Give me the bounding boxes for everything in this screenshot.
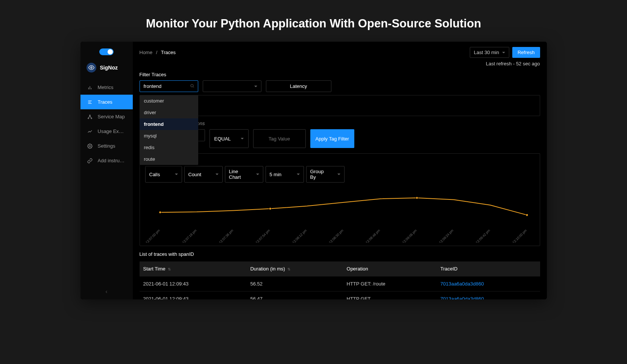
svg-line-10 bbox=[88, 116, 90, 118]
traces-table-label: List of traces with spanID bbox=[140, 251, 540, 257]
viz-chart-type-select[interactable]: Line Chart bbox=[225, 166, 263, 183]
breadcrumb: Home / Traces bbox=[140, 50, 176, 55]
sidebar-item-label: Usage Explorer bbox=[98, 128, 126, 134]
tag-operator-select[interactable]: EQUAL bbox=[210, 129, 249, 148]
column-label: Duration (in ms) bbox=[250, 266, 285, 272]
theme-toggle[interactable] bbox=[99, 48, 114, 55]
latency-button[interactable]: Latency bbox=[266, 80, 331, 92]
breadcrumb-home[interactable]: Home bbox=[140, 50, 153, 55]
filter-results-box bbox=[140, 95, 540, 116]
collapse-sidebar-button[interactable] bbox=[80, 284, 133, 299]
svg-text:12:08:30 pm: 12:08:30 pm bbox=[328, 228, 344, 243]
column-operation[interactable]: Operation bbox=[343, 261, 437, 276]
sidebar-item-label: Add instrumen... bbox=[98, 158, 126, 163]
service-search-input[interactable] bbox=[140, 80, 198, 92]
dropdown-option-frontend[interactable]: frontend bbox=[140, 118, 198, 130]
dropdown-option-customer[interactable]: customer bbox=[140, 95, 198, 107]
search-icon bbox=[190, 83, 194, 89]
column-duration[interactable]: Duration (in ms)⇅ bbox=[246, 261, 343, 276]
network-icon bbox=[87, 114, 93, 119]
trace-id-link[interactable]: 7013aa6a0da3d860 bbox=[440, 296, 484, 299]
main-content: Home / Traces Last 30 min Refresh Last r… bbox=[133, 42, 547, 299]
svg-point-17 bbox=[159, 211, 161, 213]
table-row: 2021-06-01 12:09:43 56.52 HTTP GET: /rou… bbox=[140, 276, 540, 292]
viz-select-label: 5 min bbox=[270, 172, 282, 177]
viz-aggregation-select[interactable]: Count bbox=[184, 166, 223, 183]
svg-text:12:07:18 pm: 12:07:18 pm bbox=[181, 228, 197, 243]
time-range-select[interactable]: Last 30 min bbox=[470, 47, 509, 58]
brand: SigNoz bbox=[80, 60, 133, 80]
visualization-panel: Custom Visualizations Calls Count Line C… bbox=[140, 153, 540, 246]
svg-text:12:09:06 pm: 12:09:06 pm bbox=[401, 228, 417, 243]
sidebar-item-usage-explorer[interactable]: Usage Explorer bbox=[80, 124, 133, 139]
svg-text:12:10:00 pm: 12:10:00 pm bbox=[512, 228, 527, 243]
app-window: SigNoz Metrics Traces Service Map Usage … bbox=[80, 42, 547, 299]
sidebar-item-metrics[interactable]: Metrics bbox=[80, 80, 133, 95]
last-refresh-text: Last refresh - 52 sec ago bbox=[140, 61, 540, 72]
eye-icon bbox=[87, 63, 96, 72]
column-start-time[interactable]: Start Time⇅ bbox=[140, 261, 247, 276]
table-row: 2021-06-01 12:09:43 56.47 HTTP GET 7013a… bbox=[140, 292, 540, 300]
sidebar-item-add-instrumentation[interactable]: Add instrumen... bbox=[80, 153, 133, 168]
breadcrumb-current: Traces bbox=[161, 50, 176, 55]
line-chart-icon bbox=[87, 129, 93, 134]
column-traceid[interactable]: TraceID bbox=[437, 261, 540, 276]
sidebar-item-settings[interactable]: Settings bbox=[80, 139, 133, 153]
column-label: Start Time bbox=[143, 266, 165, 272]
svg-text:12:07:54 pm: 12:07:54 pm bbox=[255, 228, 270, 243]
cell-operation: HTTP GET: /route bbox=[343, 276, 437, 292]
svg-text:12:07:00 pm: 12:07:00 pm bbox=[145, 228, 161, 243]
gear-icon bbox=[87, 143, 93, 149]
dropdown-option-route[interactable]: route bbox=[140, 153, 198, 165]
trace-id-link[interactable]: 7013aa6a0da3d860 bbox=[440, 281, 484, 287]
sidebar-item-label: Service Map bbox=[98, 114, 125, 119]
apply-tag-filter-button[interactable]: Apply Tag Filter bbox=[310, 129, 354, 148]
tag-suggestions-label: stions bbox=[140, 121, 540, 126]
dropdown-option-driver[interactable]: driver bbox=[140, 107, 198, 118]
svg-line-11 bbox=[90, 116, 91, 118]
column-label: Operation bbox=[347, 266, 368, 272]
traces-table: Start Time⇅ Duration (in ms)⇅ Operation … bbox=[140, 261, 540, 299]
sort-icon: ⇅ bbox=[287, 267, 290, 271]
cell-duration: 56.52 bbox=[246, 276, 343, 292]
cell-start-time: 2021-06-01 12:09:43 bbox=[140, 276, 247, 292]
link-icon bbox=[87, 158, 93, 163]
brand-name: SigNoz bbox=[100, 65, 118, 71]
cell-duration: 56.47 bbox=[246, 292, 343, 300]
list-icon bbox=[87, 100, 93, 105]
dropdown-option-redis[interactable]: redis bbox=[140, 142, 198, 153]
filter-traces-label: Filter Traces bbox=[140, 72, 540, 77]
sidebar-item-label: Metrics bbox=[98, 85, 114, 90]
svg-point-18 bbox=[269, 208, 271, 210]
refresh-button[interactable]: Refresh bbox=[512, 47, 540, 58]
viz-metric-select[interactable]: Calls bbox=[145, 166, 182, 183]
cell-start-time: 2021-06-01 12:09:43 bbox=[140, 292, 247, 300]
svg-point-9 bbox=[91, 118, 91, 118]
sidebar-item-label: Settings bbox=[98, 143, 115, 149]
svg-text:12:08:12 pm: 12:08:12 pm bbox=[291, 228, 307, 243]
breadcrumb-separator: / bbox=[156, 50, 158, 55]
sidebar-item-traces[interactable]: Traces bbox=[80, 95, 133, 109]
table-header-row: Start Time⇅ Duration (in ms)⇅ Operation … bbox=[140, 261, 540, 276]
viz-select-label: Count bbox=[188, 172, 202, 177]
svg-text:12:09:42 pm: 12:09:42 pm bbox=[475, 228, 490, 243]
svg-point-0 bbox=[91, 67, 92, 68]
operation-select[interactable] bbox=[203, 80, 261, 92]
svg-point-12 bbox=[89, 145, 91, 147]
viz-groupby-select[interactable]: Group By bbox=[306, 166, 345, 183]
sidebar: SigNoz Metrics Traces Service Map Usage … bbox=[80, 42, 133, 299]
viz-select-label: Group By bbox=[310, 169, 330, 180]
svg-point-19 bbox=[416, 197, 418, 199]
calls-line-chart: 12:07:00 pm12:07:18 pm12:07:36 pm12:07:5… bbox=[145, 188, 534, 243]
svg-point-8 bbox=[88, 118, 88, 118]
tag-value-input[interactable] bbox=[253, 129, 306, 148]
dropdown-option-mysql[interactable]: mysql bbox=[140, 130, 198, 142]
service-dropdown: customer driver frontend mysql redis rou… bbox=[140, 95, 198, 165]
svg-text:12:09:24 pm: 12:09:24 pm bbox=[438, 228, 454, 243]
viz-interval-select[interactable]: 5 min bbox=[266, 166, 304, 183]
svg-text:12:07:36 pm: 12:07:36 pm bbox=[218, 228, 234, 243]
chevron-left-icon bbox=[104, 290, 109, 294]
time-range-label: Last 30 min bbox=[474, 50, 499, 55]
sidebar-item-service-map[interactable]: Service Map bbox=[80, 109, 133, 124]
svg-line-14 bbox=[193, 86, 194, 87]
